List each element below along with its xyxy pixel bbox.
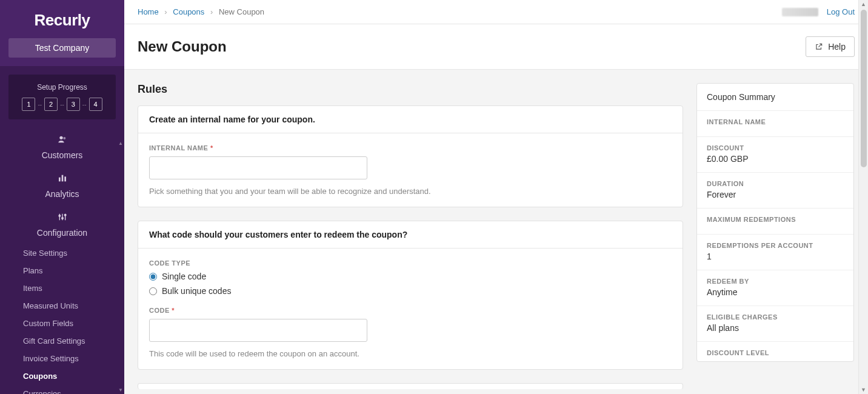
summary-label: DURATION [707, 180, 844, 187]
company-selector[interactable]: Test Company [8, 38, 116, 58]
setup-progress[interactable]: Setup Progress 1 -- 2 -- 3 -- 4 [8, 75, 116, 119]
summary-label: ELIGIBLE CHARGES [707, 313, 844, 321]
topbar-right: Log Out [782, 7, 855, 16]
summary-value: Anytime [707, 287, 844, 297]
sidebar-sub-custom-fields[interactable]: Custom Fields [0, 315, 124, 332]
summary-label: DISCOUNT LEVEL [707, 349, 844, 356]
user-label-redacted [782, 8, 818, 16]
rules-heading: Rules [138, 83, 683, 96]
breadcrumb: Home › Coupons › New Coupon [138, 7, 264, 16]
summary-discount-level: DISCOUNT LEVEL [697, 342, 853, 361]
code-input[interactable] [149, 319, 367, 342]
summary-duration: DURATION Forever [697, 173, 853, 209]
sidebar-scrollbar[interactable]: ▲ ▼ [117, 139, 124, 394]
code-label: CODE * [149, 307, 672, 314]
summary-discount: DISCOUNT £0.00 GBP [697, 137, 853, 173]
svg-rect-2 [59, 178, 61, 182]
main-pane: Home › Coupons › New Coupon Log Out New … [124, 0, 868, 394]
summary-label: REDEEM BY [707, 278, 844, 285]
configuration-icon [58, 212, 67, 222]
code-type-single[interactable]: Single code [149, 272, 672, 281]
code-help: This code will be used to redeem the cou… [149, 349, 672, 358]
code-type-single-radio[interactable] [149, 273, 157, 281]
internal-name-help: Pick something that you and your team wi… [149, 187, 672, 196]
label-text: CODE [149, 307, 170, 314]
breadcrumb-current: New Coupon [219, 7, 264, 16]
sidebar-sub-currencies[interactable]: Currencies [0, 385, 124, 394]
code-type-bulk-radio[interactable] [149, 287, 157, 295]
external-link-icon [815, 42, 823, 51]
customers-icon [58, 135, 67, 144]
breadcrumb-sep: › [164, 7, 167, 16]
step-sep: -- [38, 101, 42, 108]
setup-steps: 1 -- 2 -- 3 -- 4 [15, 98, 110, 111]
summary-label: REDEMPTIONS PER ACCOUNT [707, 242, 844, 249]
scroll-up-icon[interactable]: ▲ [118, 139, 123, 147]
setup-step-4[interactable]: 4 [89, 98, 102, 111]
panel-next-peek [138, 383, 683, 389]
content-scroll[interactable]: Rules Create an internal name for your c… [124, 70, 868, 394]
help-button[interactable]: Help [806, 36, 855, 57]
scroll-down-icon[interactable]: ▼ [861, 386, 866, 394]
summary-title: Coupon Summary [697, 84, 853, 111]
summary-redeem-by: REDEEM BY Anytime [697, 270, 853, 306]
setup-step-2[interactable]: 2 [44, 98, 58, 111]
sidebar-sub-plans[interactable]: Plans [0, 262, 124, 279]
required-indicator: * [172, 307, 175, 314]
internal-name-label: INTERNAL NAME * [149, 144, 672, 152]
step-sep: -- [82, 101, 87, 108]
panel-header: Create an internal name for your coupon. [138, 106, 683, 133]
summary-value: 1 [707, 252, 844, 261]
setup-progress-title: Setup Progress [15, 83, 110, 92]
main-scrollbar[interactable]: ▲ ▼ [858, 0, 868, 394]
sidebar-item-label: Analytics [45, 189, 79, 199]
scroll-thumb[interactable] [861, 10, 867, 167]
sidebar-sub-site-settings[interactable]: Site Settings [0, 244, 124, 262]
sidebar-sub-gift-card-settings[interactable]: Gift Card Settings [0, 332, 124, 350]
breadcrumb-coupons[interactable]: Coupons [173, 7, 204, 16]
sidebar-item-analytics[interactable]: Analytics [0, 167, 124, 205]
sidebar-item-label: Customers [42, 150, 83, 160]
sidebar-sub-invoice-settings[interactable]: Invoice Settings [0, 350, 124, 367]
sidebar-item-customers[interactable]: Customers [0, 128, 124, 167]
panel-internal-name: Create an internal name for your coupon.… [138, 105, 683, 207]
radio-label: Bulk unique codes [162, 286, 231, 296]
summary-value: £0.00 GBP [707, 154, 844, 164]
code-type-label: CODE TYPE [149, 259, 672, 267]
summary-internal-name: INTERNAL NAME [697, 111, 853, 137]
label-text: INTERNAL NAME [149, 144, 208, 152]
scroll-down-icon[interactable]: ▼ [118, 386, 123, 394]
logout-link[interactable]: Log Out [827, 7, 855, 16]
sidebar-header: Recurly Test Company [0, 0, 124, 66]
svg-point-8 [59, 215, 61, 217]
brand-logo: Recurly [35, 11, 90, 30]
coupon-summary: Coupon Summary INTERNAL NAME DISCOUNT £0… [696, 83, 854, 362]
sidebar-item-configuration[interactable]: Configuration [0, 205, 124, 244]
breadcrumb-home[interactable]: Home [138, 7, 159, 16]
sidebar-sub-coupons[interactable]: Coupons [0, 367, 124, 385]
svg-rect-3 [61, 175, 63, 182]
setup-step-1[interactable]: 1 [22, 98, 35, 111]
sidebar-sub-measured-units[interactable]: Measured Units [0, 297, 124, 315]
svg-point-9 [61, 218, 63, 219]
svg-point-1 [63, 137, 65, 139]
summary-value: Forever [707, 190, 844, 199]
sidebar: Recurly Test Company Setup Progress 1 --… [0, 0, 124, 394]
internal-name-input[interactable] [149, 156, 367, 179]
summary-value: All plans [707, 323, 844, 333]
code-type-bulk[interactable]: Bulk unique codes [149, 286, 672, 296]
panel-header: What code should your customers enter to… [138, 221, 683, 249]
radio-label: Single code [162, 272, 206, 281]
summary-label: MAXIMUM REDEMPTIONS [707, 216, 844, 223]
setup-step-3[interactable]: 3 [67, 98, 80, 111]
summary-eligible-charges: ELIGIBLE CHARGES All plans [697, 306, 853, 342]
form-column: Rules Create an internal name for your c… [138, 83, 683, 389]
summary-max-redemptions: MAXIMUM REDEMPTIONS [697, 209, 853, 235]
page-title: New Coupon [138, 38, 227, 55]
sidebar-sub-items[interactable]: Items [0, 279, 124, 297]
page-header: New Coupon Help [124, 24, 868, 70]
sidebar-nav: Customers Analytics Configuration Site S… [0, 128, 124, 394]
scroll-up-icon[interactable]: ▲ [861, 0, 866, 8]
panel-code: What code should your customers enter to… [138, 221, 683, 370]
summary-label: DISCOUNT [707, 144, 844, 152]
